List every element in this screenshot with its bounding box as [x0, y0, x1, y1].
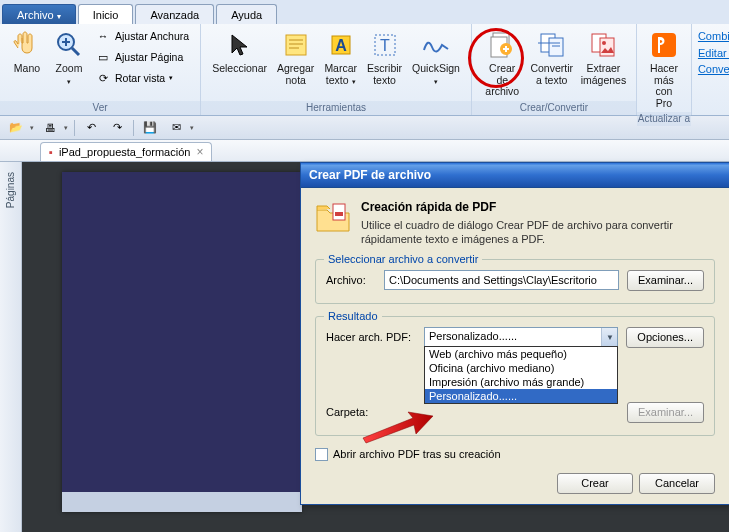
- pdf-icon: ▪: [49, 146, 53, 158]
- examinar-button[interactable]: Examinar...: [627, 270, 704, 291]
- zoom-icon: [53, 29, 85, 61]
- svg-rect-24: [335, 212, 343, 216]
- dropdown-item[interactable]: Oficina (archivo mediano): [425, 361, 617, 375]
- fieldset-legend: Seleccionar archivo a convertir: [324, 253, 482, 265]
- signature-icon: [420, 29, 452, 61]
- zoom-button[interactable]: Zoom ▾: [48, 26, 90, 89]
- fieldset-legend: Resultado: [324, 310, 382, 322]
- escribir-texto-button[interactable]: T Escribir texto: [362, 26, 407, 89]
- menu-tabbar: Archivo ▾ Inicio Avanzada Ayuda: [0, 0, 729, 24]
- hacer-mas-button[interactable]: Hacer más con Pro: [643, 26, 685, 112]
- opciones-button[interactable]: Opciones...: [626, 327, 704, 348]
- group-label-actualizar: Actualizar a: [637, 112, 691, 126]
- text-icon: T: [369, 29, 401, 61]
- tab-ayuda[interactable]: Ayuda: [216, 4, 277, 24]
- dialog-hero-text: Utilice el cuadro de diálogo Crear PDF d…: [361, 218, 715, 247]
- rotate-icon: ⟳: [95, 70, 111, 86]
- mano-button[interactable]: Mano: [6, 26, 48, 89]
- undo-icon: ↶: [87, 121, 96, 134]
- cancelar-button[interactable]: Cancelar: [639, 473, 715, 494]
- marcar-texto-button[interactable]: A Marcar texto ▾: [319, 26, 362, 89]
- tab-inicio[interactable]: Inicio: [78, 4, 134, 24]
- save-icon: 💾: [143, 121, 157, 134]
- ribbon-group-herramientas: Seleccionar Agregar nota A Marcar texto …: [201, 24, 472, 115]
- print-button[interactable]: 🖶: [40, 118, 60, 138]
- note-icon: [280, 29, 312, 61]
- chevron-down-icon: ▼: [601, 328, 617, 346]
- archivo-input[interactable]: [384, 270, 619, 290]
- crear-de-archivo-button[interactable]: Crear de archivo: [478, 26, 527, 101]
- ribbon-links: Combina Editar Te Convertir: [692, 24, 729, 115]
- seleccionar-button[interactable]: Seleccionar: [207, 26, 272, 89]
- quick-access-toolbar: 📂▾ 🖶▾ ↶ ↷ 💾 ✉▾: [0, 116, 729, 140]
- ribbon-group-actualizar: Hacer más con Pro Actualizar a: [637, 24, 692, 115]
- cursor-icon: [224, 29, 256, 61]
- svg-rect-16: [549, 38, 563, 56]
- hacer-label: Hacer arch. PDF:: [326, 331, 416, 343]
- sidebar-pages[interactable]: Páginas: [0, 162, 22, 532]
- extraer-imagenes-button[interactable]: Extraer imágenes: [577, 26, 630, 101]
- crear-button[interactable]: Crear: [557, 473, 633, 494]
- svg-point-21: [602, 41, 606, 45]
- open-button[interactable]: 📂: [6, 118, 26, 138]
- extract-images-icon: [587, 29, 619, 61]
- link-combinar[interactable]: Combina: [698, 28, 729, 45]
- save-button[interactable]: 💾: [140, 118, 160, 138]
- svg-rect-4: [286, 35, 306, 55]
- print-icon: 🖶: [45, 122, 56, 134]
- examinar-carpeta-button[interactable]: Examinar...: [627, 402, 704, 423]
- hacer-pdf-dropdown: Web (archivo más pequeño) Oficina (archi…: [424, 346, 618, 404]
- svg-rect-20: [600, 38, 614, 56]
- nitro-icon: [648, 29, 680, 61]
- document-tab[interactable]: ▪ iPad_propuesta_formación ×: [40, 142, 212, 161]
- dialog-title: Crear PDF de archivo: [301, 163, 729, 188]
- dropdown-item[interactable]: Web (archivo más pequeño): [425, 347, 617, 361]
- hacer-pdf-select[interactable]: Personalizado...... ▼ Web (archivo más p…: [424, 327, 618, 347]
- ajustar-pagina-button[interactable]: ▭Ajustar Página: [90, 47, 194, 67]
- svg-line-1: [72, 48, 79, 55]
- group-label-ver: Ver: [0, 101, 200, 115]
- email-icon: ✉: [172, 121, 181, 134]
- redo-button[interactable]: ↷: [107, 118, 127, 138]
- carpeta-label: Carpeta:: [326, 406, 416, 418]
- convertir-a-texto-button[interactable]: Convertir a texto: [527, 26, 577, 101]
- dialog-crear-pdf: Crear PDF de archivo Creación rápida de …: [300, 162, 729, 505]
- archivo-label: Archivo:: [326, 274, 376, 286]
- fieldset-resultado: Resultado Hacer arch. PDF: Personalizado…: [315, 316, 715, 436]
- link-convertir[interactable]: Convertir: [698, 61, 729, 78]
- rotar-vista-button[interactable]: ⟳Rotar vista ▾: [90, 68, 194, 88]
- sidebar-label: Páginas: [5, 172, 16, 208]
- group-label-herramientas: Herramientas: [201, 101, 471, 115]
- dropdown-item[interactable]: Impresión (archivo más grande): [425, 375, 617, 389]
- svg-rect-22: [652, 33, 676, 57]
- agregar-nota-button[interactable]: Agregar nota: [272, 26, 319, 89]
- document-tab-label: iPad_propuesta_formación: [59, 146, 190, 158]
- ribbon: Mano Zoom ▾ ↔Ajustar Anchura ▭Ajustar Pá…: [0, 24, 729, 116]
- hand-icon: [11, 29, 43, 61]
- abrir-pdf-label: Abrir archivo PDF tras su creación: [333, 448, 501, 460]
- ribbon-group-crear: Crear de archivo Convertir a texto Extra…: [472, 24, 637, 115]
- email-button[interactable]: ✉: [166, 118, 186, 138]
- dropdown-item[interactable]: Personalizado......: [425, 389, 617, 403]
- close-tab-button[interactable]: ×: [196, 145, 203, 159]
- svg-text:A: A: [335, 37, 347, 54]
- quicksign-button[interactable]: QuickSign▾: [407, 26, 465, 89]
- svg-text:T: T: [380, 37, 390, 54]
- tab-archivo[interactable]: Archivo ▾: [2, 4, 76, 24]
- folder-pdf-icon: [315, 200, 351, 236]
- highlight-icon: A: [325, 29, 357, 61]
- undo-button[interactable]: ↶: [81, 118, 101, 138]
- create-from-file-icon: [486, 29, 518, 61]
- fit-width-icon: ↔: [95, 28, 111, 44]
- tab-avanzada[interactable]: Avanzada: [135, 4, 214, 24]
- ribbon-group-ver: Mano Zoom ▾ ↔Ajustar Anchura ▭Ajustar Pá…: [0, 24, 201, 115]
- abrir-pdf-checkbox[interactable]: [315, 448, 328, 461]
- pdf-page: [62, 172, 302, 512]
- convert-text-icon: [536, 29, 568, 61]
- ajustar-anchura-button[interactable]: ↔Ajustar Anchura: [90, 26, 194, 46]
- group-label-crear: Crear/Convertir: [472, 101, 636, 115]
- link-editar[interactable]: Editar Te: [698, 45, 729, 62]
- redo-icon: ↷: [113, 121, 122, 134]
- folder-icon: 📂: [9, 121, 23, 134]
- fit-page-icon: ▭: [95, 49, 111, 65]
